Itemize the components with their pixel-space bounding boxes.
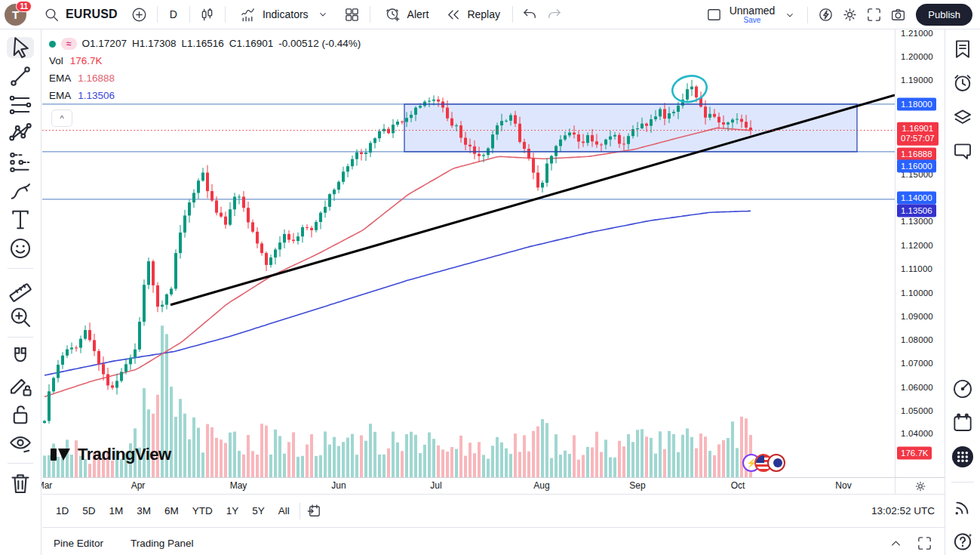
timeframe-1m[interactable]: 1M (103, 501, 130, 520)
price-tick: 1.13000 (901, 217, 933, 226)
calendar-icon[interactable] (951, 412, 975, 433)
tradingview-logo-icon (50, 445, 72, 464)
price-badge: 1.16888 (897, 148, 936, 161)
watermark-text: TradingView (78, 445, 171, 464)
price-tick: 1.20000 (901, 52, 933, 61)
timeframe-1d[interactable]: 1D (50, 501, 75, 520)
price-badge: 1.18000 (897, 98, 936, 111)
fib-tool-icon[interactable] (7, 94, 34, 116)
settings-gear-icon[interactable] (839, 5, 860, 26)
ohlc-open: O1.17207 (82, 38, 127, 49)
ema-slow-label: EMA (49, 88, 71, 105)
magnet-tool-icon[interactable] (7, 347, 34, 368)
timeframe-3m[interactable]: 3M (131, 501, 157, 520)
price-tick: 1.10000 (901, 288, 933, 298)
eye-tool-icon[interactable] (7, 433, 34, 454)
compare-add-icon[interactable] (129, 4, 150, 25)
divider (225, 6, 226, 23)
interval-button[interactable]: D (164, 5, 183, 23)
timeframe-ytd[interactable]: YTD (186, 501, 219, 520)
symbol-search-button[interactable]: EURUSD (35, 1, 126, 28)
redo-icon[interactable] (544, 4, 565, 25)
volume-value: 176.7K (70, 53, 103, 70)
grid-dots-icon[interactable] (951, 446, 975, 467)
legend-ema-fast-row: EMA 1.16888 (49, 70, 366, 88)
layout-name-button[interactable]: Unnamed Save (730, 5, 776, 24)
symbol-name: EURUSD (66, 8, 118, 21)
indicators-button[interactable]: Indicators (232, 1, 339, 28)
lock-tool-icon[interactable] (7, 404, 34, 425)
price-tick: 1.05000 (901, 406, 933, 415)
replay-button[interactable]: Replay (437, 1, 505, 28)
zoom-in-tool-icon[interactable] (7, 307, 34, 328)
layout-chevron-icon[interactable] (779, 5, 800, 26)
ohlc-high: H1.17308 (132, 38, 177, 49)
watchlist-icon[interactable] (951, 39, 975, 60)
indicator-templates-icon[interactable] (342, 4, 363, 25)
price-tick: 1.11000 (901, 264, 932, 273)
emoji-tool-icon[interactable] (7, 238, 34, 259)
layers-icon[interactable] (951, 106, 975, 128)
clock-utc[interactable]: 13:02:52 UTC (871, 505, 935, 516)
quick-actions-icon[interactable] (815, 5, 836, 26)
interval-label: D (170, 8, 177, 20)
divider (300, 503, 300, 520)
indicators-label: Indicators (263, 8, 309, 20)
trendline-tool-icon[interactable] (7, 66, 34, 87)
chat-icon[interactable] (951, 140, 975, 162)
cursor-tool-icon[interactable] (7, 37, 34, 58)
layout-select-icon[interactable] (704, 5, 725, 26)
publish-button[interactable]: Publish (916, 4, 972, 26)
go-to-date-icon[interactable] (304, 501, 325, 522)
divider (157, 6, 158, 23)
forecast-tool-icon[interactable] (7, 152, 34, 173)
price-badge: 176.7K (897, 447, 932, 460)
edit-lock-tool-icon[interactable] (7, 375, 34, 396)
footer-trading-panel[interactable]: Trading Panel (131, 538, 194, 549)
market-status-dot (49, 41, 56, 48)
top-toolbar: T 11 EURUSD D Indicators (0, 0, 980, 29)
divider (807, 7, 808, 23)
timeframe-1y[interactable]: 1Y (220, 501, 245, 520)
panel-maximize-icon[interactable] (914, 532, 935, 553)
fullscreen-icon[interactable] (863, 5, 884, 26)
chart-type-icon[interactable] (197, 4, 218, 25)
snapshot-camera-icon[interactable] (887, 5, 908, 26)
alert-button[interactable]: Alert (377, 1, 435, 28)
volume-label: Vol (49, 53, 63, 70)
price-tick: 1.04000 (901, 429, 933, 438)
panel-expand-icon[interactable] (885, 532, 906, 553)
undo-icon[interactable] (520, 4, 541, 25)
chart-pane: ≈ O1.17207H1.17308L1.16516C1.16901-0.005… (42, 29, 945, 555)
timeframe-6m[interactable]: 6M (158, 501, 185, 520)
indicators-icon (238, 4, 259, 25)
footer-pine-editor[interactable]: Pine Editor (54, 538, 103, 549)
divider (8, 463, 33, 464)
signal-icon[interactable] (951, 497, 975, 518)
ohlc-low: L1.16516 (181, 38, 223, 49)
ema-fast-label: EMA (49, 70, 71, 88)
help-icon[interactable] (951, 531, 975, 552)
legend-volume-row: Vol 176.7K (49, 53, 366, 70)
alarm-icon[interactable] (951, 72, 975, 94)
divider (189, 6, 190, 23)
ruler-tool-icon[interactable] (7, 278, 34, 299)
time-axis[interactable]: MarAprMayJunJulAugSepOctNov (42, 477, 945, 495)
trash-tool-icon[interactable] (7, 473, 34, 494)
text-tool-icon[interactable] (7, 209, 34, 230)
price-tick: 1.06000 (901, 383, 933, 392)
timeframe-5d[interactable]: 5D (76, 501, 101, 520)
brush-tool-icon[interactable] (7, 180, 34, 202)
price-tick: 1.21000 (901, 29, 933, 38)
timeframe-5y[interactable]: 5Y (246, 501, 271, 520)
drawing-toolbar (0, 29, 41, 555)
save-link[interactable]: Save (744, 17, 761, 25)
pattern-tool-icon[interactable] (7, 123, 34, 144)
user-avatar[interactable]: T 11 (5, 4, 26, 26)
timeframe-all[interactable]: All (272, 501, 296, 520)
price-axis[interactable]: 1.210001.200001.190001.150001.130001.120… (895, 29, 945, 477)
axis-settings-gear-icon[interactable] (895, 478, 945, 495)
legend-collapse-button[interactable]: ^ (51, 109, 72, 127)
radar-icon[interactable] (951, 378, 975, 399)
chart-canvas[interactable]: ≈ O1.17207H1.17308L1.16516C1.16901-0.005… (42, 29, 895, 477)
